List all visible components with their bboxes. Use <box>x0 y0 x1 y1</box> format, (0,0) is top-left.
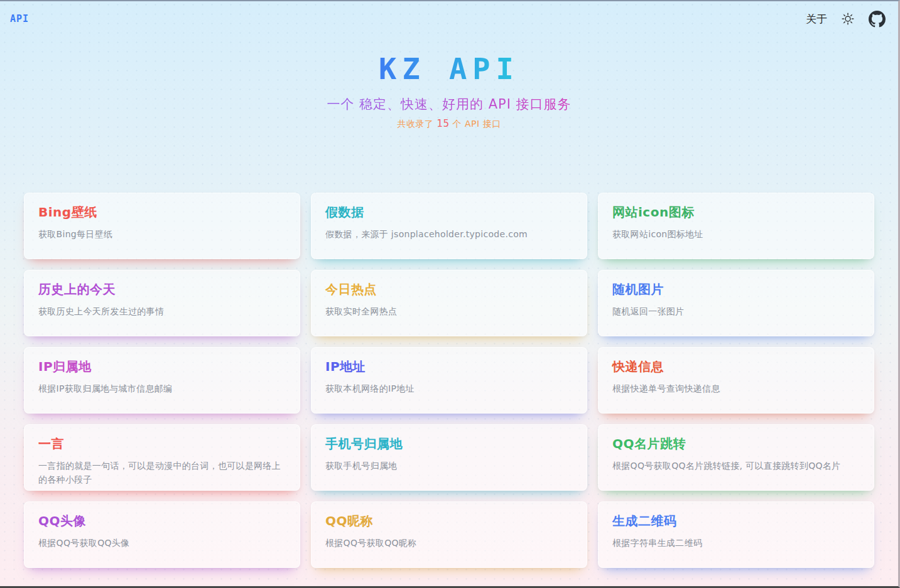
about-link[interactable]: 关于 <box>806 12 827 26</box>
card-title: QQ昵称 <box>325 513 573 530</box>
api-card-phone-location[interactable]: 手机号归属地 获取手机号归属地 <box>311 424 587 491</box>
card-description: 根据QQ号获取QQ昵称 <box>325 536 573 550</box>
card-description: 一言指的就是一句话，可以是动漫中的台词，也可以是网络上的各种小段子 <box>38 459 286 487</box>
card-title: IP归属地 <box>38 358 286 375</box>
card-title: IP地址 <box>325 358 573 375</box>
theme-toggle-button[interactable] <box>841 12 855 26</box>
page-title: KZ API <box>379 53 519 85</box>
api-card-grid: Bing壁纸 获取Bing每日壁纸 假数据 假数据，来源于 jsonplaceh… <box>24 193 874 568</box>
card-title: 网站icon图标 <box>612 204 860 221</box>
card-title: 假数据 <box>325 204 573 221</box>
api-count-line: 共收录了15个 API 接口 <box>0 118 898 130</box>
api-card-random-image[interactable]: 随机图片 随机返回一张图片 <box>598 270 874 336</box>
top-navbar: API 关于 <box>0 1 898 36</box>
api-card-fake-data[interactable]: 假数据 假数据，来源于 jsonplaceholder.typicode.com <box>311 193 587 259</box>
card-description: 根据QQ号获取QQ头像 <box>38 536 286 550</box>
api-count-suffix: 个 API 接口 <box>453 119 501 129</box>
card-description: 根据QQ号获取QQ名片跳转链接, 可以直接跳转到QQ名片 <box>612 459 860 473</box>
github-link[interactable] <box>869 11 886 28</box>
api-card-ip-location[interactable]: IP归属地 根据IP获取归属地与城市信息邮编 <box>24 347 300 414</box>
api-card-site-icon[interactable]: 网站icon图标 获取网站icon图标地址 <box>598 193 874 259</box>
api-card-qq-profile-jump[interactable]: QQ名片跳转 根据QQ号获取QQ名片跳转链接, 可以直接跳转到QQ名片 <box>598 424 874 491</box>
page-subtitle: 一个 稳定、快速、好用的 API 接口服务 <box>327 95 571 113</box>
github-icon <box>869 11 886 28</box>
card-title: 历史上的今天 <box>38 281 286 298</box>
site-logo[interactable]: API <box>10 13 29 24</box>
card-description: 随机返回一张图片 <box>612 304 860 318</box>
api-count-prefix: 共收录了 <box>397 119 433 129</box>
api-card-bing-wallpaper[interactable]: Bing壁纸 获取Bing每日壁纸 <box>24 193 300 259</box>
api-card-qq-avatar[interactable]: QQ头像 根据QQ号获取QQ头像 <box>24 501 300 568</box>
hero-section: KZ API 一个 稳定、快速、好用的 API 接口服务 共收录了15个 API… <box>0 53 898 130</box>
card-title: 快递信息 <box>612 358 860 375</box>
card-description: 获取网站icon图标地址 <box>612 227 860 241</box>
card-description: 获取历史上今天所发生过的事情 <box>38 304 286 318</box>
card-title: Bing壁纸 <box>38 204 286 221</box>
navbar-actions: 关于 <box>806 11 886 28</box>
api-card-ip-address[interactable]: IP地址 获取本机网络的IP地址 <box>311 347 587 414</box>
card-title: QQ头像 <box>38 513 286 530</box>
api-count-number: 15 <box>433 118 452 129</box>
card-description: 根据IP获取归属地与城市信息邮编 <box>38 382 286 395</box>
api-card-hot-today[interactable]: 今日热点 获取实时全网热点 <box>311 270 587 336</box>
card-description: 获取Bing每日壁纸 <box>38 227 286 241</box>
card-title: 生成二维码 <box>612 513 860 530</box>
api-card-history-today[interactable]: 历史上的今天 获取历史上今天所发生过的事情 <box>24 270 300 336</box>
api-card-hitokoto[interactable]: 一言 一言指的就是一句话，可以是动漫中的台词，也可以是网络上的各种小段子 <box>24 424 300 491</box>
card-description: 获取实时全网热点 <box>325 304 573 318</box>
card-description: 获取本机网络的IP地址 <box>325 382 573 395</box>
card-title: QQ名片跳转 <box>612 436 860 452</box>
card-title: 今日热点 <box>325 281 573 298</box>
card-title: 随机图片 <box>612 281 860 298</box>
card-description: 根据字符串生成二维码 <box>612 536 860 550</box>
sun-icon <box>841 12 855 26</box>
card-description: 根据快递单号查询快递信息 <box>612 382 860 395</box>
card-title: 手机号归属地 <box>325 436 573 452</box>
card-title: 一言 <box>38 436 286 452</box>
api-card-qq-nickname[interactable]: QQ昵称 根据QQ号获取QQ昵称 <box>311 501 587 568</box>
api-card-qrcode[interactable]: 生成二维码 根据字符串生成二维码 <box>598 501 874 568</box>
card-description: 获取手机号归属地 <box>325 459 573 473</box>
card-description: 假数据，来源于 jsonplaceholder.typicode.com <box>325 227 573 241</box>
api-card-express-info[interactable]: 快递信息 根据快递单号查询快递信息 <box>598 347 874 414</box>
